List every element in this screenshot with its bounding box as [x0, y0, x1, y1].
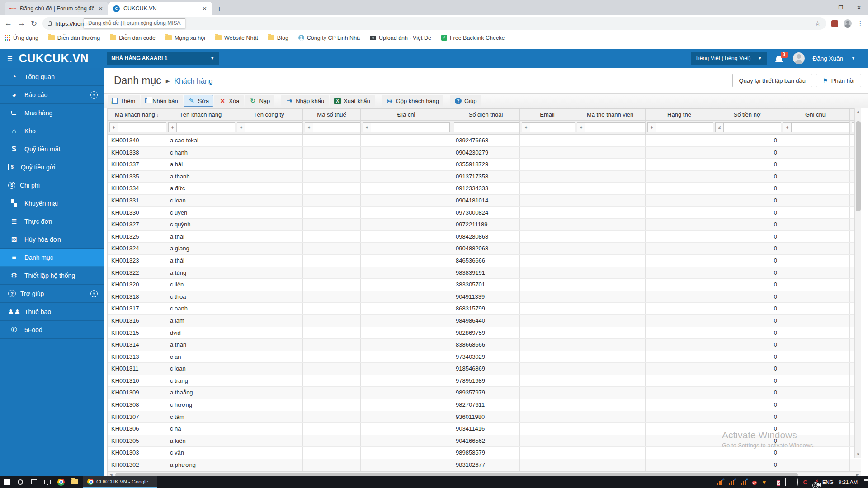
- chart-icon[interactable]: ↗: [741, 479, 747, 485]
- bookmark-item[interactable]: ✓Free Backlink Checke: [441, 35, 505, 41]
- chrome-icon[interactable]: [54, 476, 68, 488]
- search-icon[interactable]: [14, 476, 27, 488]
- sidebar-item-tổng-quan[interactable]: ◔Tổng quan: [0, 68, 104, 86]
- action-center-icon[interactable]: [863, 478, 863, 486]
- sidebar-item-báo-cáo[interactable]: ◕Báo cáo∨: [0, 86, 104, 104]
- vertical-scrollbar[interactable]: ▲ ▼: [854, 108, 861, 458]
- tab-cukcuk[interactable]: C CUKCUK.VN ✕: [108, 2, 212, 15]
- column-header[interactable]: Số tiền nợ: [713, 109, 781, 120]
- table-row[interactable]: KH001340a cao tokai03924766680: [108, 135, 861, 147]
- sidebar-item-thực-đơn[interactable]: ≣Thực đơn: [0, 212, 104, 230]
- sidebar-item-hủy-hóa-đơn[interactable]: ⊠Hủy hóa đơn: [0, 230, 104, 249]
- table-row[interactable]: KH001307c tâm9360119800: [108, 411, 861, 423]
- nhập-khẩu-button[interactable]: ⇥Nhập khẩu: [281, 95, 329, 107]
- vmware-icon[interactable]: V: [777, 478, 780, 486]
- table-row[interactable]: KH001335a thanh09137173580: [108, 171, 861, 183]
- table-row[interactable]: KH001322a tùng9838391910: [108, 267, 861, 279]
- table-row[interactable]: KH001330c uyên09730008240: [108, 207, 861, 219]
- notification-bell-icon[interactable]: 3: [775, 54, 785, 63]
- filter-input[interactable]: [656, 122, 713, 132]
- wave-icon[interactable]: ▼: [762, 478, 767, 486]
- bookmark-item[interactable]: Diễn đàn thường: [48, 35, 100, 41]
- giúp-button[interactable]: ?Giúp: [450, 95, 481, 107]
- table-row[interactable]: KH001309a thaẳng9893579790: [108, 387, 861, 399]
- scroll-down-icon[interactable]: ▼: [855, 451, 861, 458]
- padlock-icon[interactable]: [48, 23, 52, 26]
- bookmark-item[interactable]: Website Nhật: [215, 35, 258, 41]
- mail-app-icon[interactable]: [41, 476, 54, 488]
- xuất-khẩu-button[interactable]: XXuất khẩu: [330, 95, 375, 107]
- sidebar-item-thiết-lập-hệ-thống[interactable]: ⚙Thiết lập hệ thống: [0, 267, 104, 285]
- filter-operator-icon[interactable]: ∗: [109, 122, 118, 132]
- chevron-down-icon[interactable]: ▼: [851, 56, 855, 61]
- table-row[interactable]: KH001337a hải03559187290: [108, 159, 861, 171]
- filter-operator-icon[interactable]: ∗: [168, 122, 176, 132]
- table-row[interactable]: KH001315dvid9828697590: [108, 327, 861, 339]
- table-row[interactable]: KH001317c oanh8683157990: [108, 303, 861, 315]
- forward-icon[interactable]: →: [18, 19, 25, 28]
- close-button[interactable]: ✕: [850, 5, 868, 11]
- gộp-khách-hàng-button[interactable]: ↣Gộp khách hàng: [382, 95, 443, 107]
- table-row[interactable]: KH001325a thái09842808680: [108, 231, 861, 243]
- table-row[interactable]: KH001303c vân9898585790: [108, 447, 861, 459]
- feedback-button[interactable]: ⚑Phản hồi: [816, 74, 861, 87]
- bookmark-item[interactable]: Ứng dụng: [5, 35, 38, 41]
- filter-input[interactable]: [118, 122, 166, 132]
- satellite-icon[interactable]: [796, 478, 798, 486]
- table-row[interactable]: KH001305a kiên9041665620: [108, 435, 861, 447]
- chart-icon[interactable]: ↗: [717, 479, 724, 485]
- filter-input[interactable]: [791, 122, 850, 132]
- filter-operator-icon[interactable]: ∗: [783, 122, 791, 132]
- table-row[interactable]: KH001327c quỳnh09722111890: [108, 219, 861, 231]
- filter-operator-icon[interactable]: ∗: [647, 122, 656, 132]
- sidebar-item-chi-phí[interactable]: $Chi phí: [0, 176, 104, 194]
- xóa-button[interactable]: ✕Xóa: [214, 95, 244, 107]
- filter-input[interactable]: [723, 122, 781, 132]
- sidebar-item-quỹ-tiền-mặt[interactable]: $Quỹ tiền mặt: [0, 140, 104, 158]
- filter-input[interactable]: [530, 122, 575, 132]
- table-row[interactable]: KH001334a đức09123343330: [108, 183, 861, 195]
- table-row[interactable]: KH001314a thân8386686660: [108, 339, 861, 351]
- table-row[interactable]: KH001320c liên3833057010: [108, 279, 861, 291]
- thêm-button[interactable]: Thêm: [108, 95, 140, 107]
- profile-icon[interactable]: [844, 19, 852, 28]
- column-header[interactable]: Số điện thoại: [452, 109, 520, 120]
- sidebar-item-kho[interactable]: ⌂Kho: [0, 122, 104, 140]
- bookmark-item[interactable]: Mạng xã hội: [165, 35, 205, 41]
- table-row[interactable]: KH001318c thoa9049113390: [108, 291, 861, 303]
- table-row[interactable]: KH001316a lâm9849864400: [108, 315, 861, 327]
- table-row[interactable]: KH001313c an9734030290: [108, 351, 861, 363]
- filter-operator-icon[interactable]: ≤: [715, 122, 723, 132]
- chart-icon[interactable]: ↗: [729, 479, 736, 485]
- maximize-button[interactable]: ❐: [832, 5, 850, 11]
- table-row[interactable]: KH001306c hà9034114160: [108, 423, 861, 435]
- tab-forum[interactable]: MISA Đăng chủ đề | Forum cộng đồng ✕: [5, 2, 108, 15]
- table-row[interactable]: KH001331c loan09041810140: [108, 195, 861, 207]
- filter-operator-icon[interactable]: ∗: [363, 122, 371, 132]
- sidebar-item-quỹ-tiền-gửi[interactable]: $Quỹ tiền gửi: [0, 158, 104, 176]
- scroll-up-icon[interactable]: ▲: [855, 108, 861, 115]
- sửa-button[interactable]: ✎Sửa: [184, 95, 214, 107]
- sidebar-item-thuê-bao[interactable]: ♟♟Thuê bao: [0, 303, 104, 321]
- bookmark-star-icon[interactable]: ☆: [815, 20, 821, 27]
- badge-6plus-icon[interactable]: 6+: [752, 478, 756, 486]
- tab-close-icon[interactable]: ✕: [97, 5, 104, 12]
- bookmark-item[interactable]: Diễn đàn code: [110, 35, 156, 41]
- column-header[interactable]: Mã số thuế: [303, 109, 361, 120]
- column-header[interactable]: Tên khách hàng: [166, 109, 235, 120]
- column-header[interactable]: Mã khách hàng ↓: [108, 109, 166, 120]
- file-explorer-icon[interactable]: [68, 476, 81, 488]
- sidebar-item-khuyến-mại[interactable]: ▚Khuyến mại: [0, 194, 104, 212]
- extension-icon[interactable]: [831, 20, 838, 27]
- minimize-button[interactable]: ─: [814, 5, 832, 11]
- column-header[interactable]: Tên công ty: [235, 109, 303, 120]
- menu-dots-icon[interactable]: ⋮: [857, 20, 863, 27]
- column-header[interactable]: Mã thẻ thành viên: [575, 109, 646, 120]
- column-header[interactable]: Ghi chú: [781, 109, 850, 120]
- table-row[interactable]: KH001302a phương9831026770: [108, 459, 861, 471]
- start-button[interactable]: [0, 476, 14, 488]
- back-icon[interactable]: ←: [5, 19, 12, 28]
- sidebar-item-mua-hàng[interactable]: Mua hàng: [0, 104, 104, 122]
- table-row[interactable]: KH001311c loan9185468690: [108, 363, 861, 375]
- filter-input[interactable]: [454, 122, 520, 132]
